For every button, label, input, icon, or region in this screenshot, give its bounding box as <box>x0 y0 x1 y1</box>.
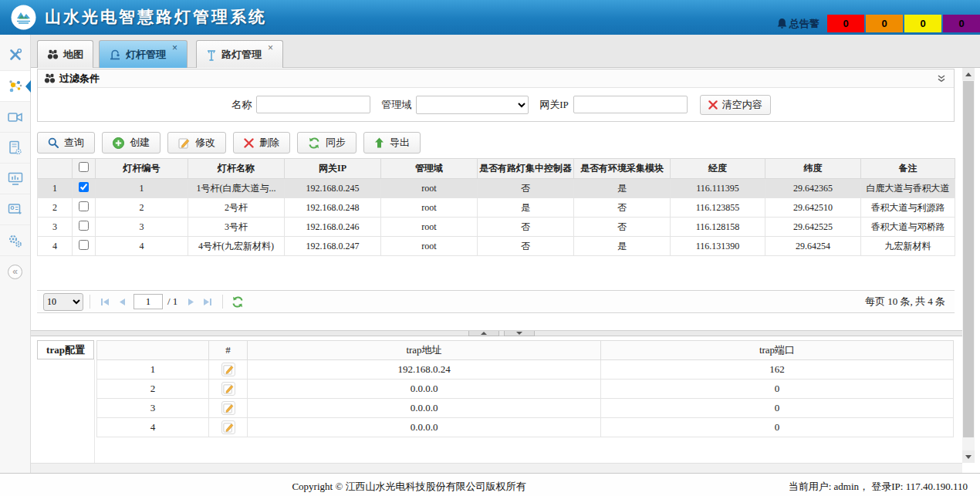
edit-row-button[interactable] <box>221 363 235 376</box>
cell: 白鹿大道与香积大道 <box>861 179 955 198</box>
next-page-button[interactable] <box>182 293 199 310</box>
cell: 116.131390 <box>671 237 765 256</box>
cell: 香积大道与利源路 <box>861 198 955 218</box>
export-button[interactable]: 导出 <box>363 132 421 154</box>
cell: 192.168.0.245 <box>285 179 381 198</box>
panel-splitter[interactable] <box>31 330 962 336</box>
tab-close-icon[interactable]: × <box>172 42 177 53</box>
trap-port-cell: 0 <box>601 399 954 418</box>
row-checkbox[interactable] <box>79 240 89 250</box>
cell: 3 <box>96 218 188 237</box>
trap-address-cell: 0.0.0.0 <box>248 399 601 418</box>
table-row[interactable]: 3 0.0.0.0 0 <box>97 399 954 418</box>
page-size-select[interactable]: 10 <box>43 293 83 311</box>
sidebar-item-monitor[interactable] <box>0 164 30 194</box>
tab-street-light-mgmt[interactable]: 路灯管理 × <box>196 40 283 68</box>
delete-button[interactable]: 删除 <box>233 132 290 154</box>
col-header: 网关IP <box>285 159 381 179</box>
trap-table: # trap地址 trap端口 1 192.168.0.24 162 2 0.0… <box>96 340 954 437</box>
first-page-button[interactable] <box>96 293 113 310</box>
modify-label: 修改 <box>195 136 215 150</box>
alarm-badge-minor[interactable]: 0 <box>904 15 941 32</box>
alarm-badge-major[interactable]: 0 <box>866 15 903 32</box>
tab-lamp-pole-mgmt[interactable]: 灯杆管理 × <box>99 40 188 68</box>
name-field-label: 名称 <box>231 98 252 112</box>
select-all-checkbox[interactable] <box>79 162 89 172</box>
alarm-badge-warning[interactable]: 0 <box>943 15 980 32</box>
alarm-badge-critical[interactable]: 0 <box>827 15 864 32</box>
total-alarm[interactable]: 总告警 <box>777 17 819 31</box>
page-number-input[interactable] <box>133 294 163 309</box>
row-number: 2 <box>38 198 73 218</box>
app-footer: Copyright © 江西山水光电科技股份有限公司版权所有 当前用户: adm… <box>0 473 980 496</box>
modify-button[interactable]: 修改 <box>167 132 226 154</box>
scroll-up-button[interactable] <box>962 68 975 80</box>
current-user-info: 当前用户: admin， 登录IP: 117.40.190.110 <box>789 480 968 494</box>
row-number-header <box>38 159 73 179</box>
splitter-collapse-down-button[interactable] <box>504 331 535 336</box>
table-row[interactable]: 4 4 4号杆(九宏新材料) 192.168.0.247 root 否 是 11… <box>38 237 955 256</box>
cell: 192.168.0.247 <box>285 237 381 256</box>
sidebar-item-settings[interactable] <box>0 225 30 256</box>
cell: 4号杆(九宏新材料) <box>188 237 285 256</box>
triangle-up-icon <box>965 73 972 76</box>
row-checkbox[interactable] <box>79 182 89 192</box>
app-logo-icon <box>11 5 36 30</box>
trap-config-section: trap配置 # trap地址 trap端口 1 192.168.0.24 16… <box>37 340 955 463</box>
sidebar-item-camera[interactable] <box>0 102 30 133</box>
tab-trap-config[interactable]: trap配置 <box>37 340 94 359</box>
trap-port-cell: 0 <box>601 380 954 399</box>
cell: 3号杆 <box>188 218 285 237</box>
select-all-header <box>73 159 96 179</box>
alarm-summary: 总告警 0 0 0 0 <box>777 15 980 32</box>
sync-arrows-icon <box>308 137 320 149</box>
edit-row-button[interactable] <box>221 382 235 396</box>
vertical-scrollbar[interactable] <box>962 68 975 463</box>
sync-label: 同步 <box>326 136 346 150</box>
tab-bar: 地图 灯杆管理 × 路灯管理 <box>31 35 980 68</box>
row-checkbox[interactable] <box>79 221 89 231</box>
table-row[interactable]: 2 0.0.0.0 0 <box>97 380 954 399</box>
splitter-collapse-up-button[interactable] <box>468 331 499 336</box>
edit-row-button[interactable] <box>221 401 235 415</box>
name-input[interactable] <box>256 96 370 113</box>
chevron-double-down-icon[interactable] <box>937 74 946 83</box>
table-row[interactable]: 4 0.0.0.0 0 <box>97 418 954 437</box>
col-header: 备注 <box>861 159 955 179</box>
horizontal-scrollbar-track[interactable] <box>31 463 962 473</box>
table-row[interactable]: 1 1 1号杆(白鹿大道与... 192.168.0.245 root 否 是 … <box>38 179 955 198</box>
prev-page-button[interactable] <box>113 293 130 310</box>
refresh-icon[interactable] <box>229 293 246 310</box>
domain-select[interactable] <box>416 96 529 114</box>
table-row[interactable]: 1 192.168.0.24 162 <box>97 360 954 380</box>
col-header: # <box>209 341 248 360</box>
query-button[interactable]: 查询 <box>37 132 95 154</box>
sidebar-item-tools[interactable] <box>0 40 30 71</box>
binoculars-icon <box>44 73 56 83</box>
gateway-ip-input[interactable] <box>573 96 688 113</box>
scrollbar-thumb[interactable] <box>963 81 974 437</box>
last-page-button[interactable] <box>199 293 216 310</box>
table-row[interactable]: 2 2 2号杆 192.168.0.248 root 是 否 116.12385… <box>38 198 955 218</box>
topology-icon <box>8 79 23 94</box>
row-checkbox[interactable] <box>79 201 89 211</box>
app-window: 山水光电智慧路灯管理系统 总告警 0 0 0 0 <box>0 0 980 496</box>
clear-content-button[interactable]: 清空内容 <box>700 95 771 115</box>
sidebar-item-accounts[interactable] <box>0 194 30 225</box>
row-number: 4 <box>97 418 209 437</box>
tab-map-label: 地图 <box>63 48 83 62</box>
sidebar-collapse-button[interactable]: « <box>0 256 30 287</box>
scroll-down-button[interactable] <box>962 450 975 463</box>
table-row[interactable]: 3 3 3号杆 192.168.0.246 root 否 否 116.12815… <box>38 218 955 237</box>
sync-button[interactable]: 同步 <box>297 132 357 154</box>
cell: 1号杆(白鹿大道与... <box>188 179 285 198</box>
query-label: 查询 <box>64 136 84 150</box>
sidebar-item-reports[interactable] <box>0 133 30 164</box>
tab-close-icon[interactable]: × <box>268 42 273 53</box>
cell: 是 <box>574 179 671 198</box>
sidebar-item-topology[interactable] <box>0 71 30 102</box>
create-button[interactable]: 创建 <box>102 132 161 154</box>
col-header: trap端口 <box>601 341 954 360</box>
edit-row-button[interactable] <box>221 420 235 434</box>
tab-map[interactable]: 地图 <box>37 40 93 68</box>
